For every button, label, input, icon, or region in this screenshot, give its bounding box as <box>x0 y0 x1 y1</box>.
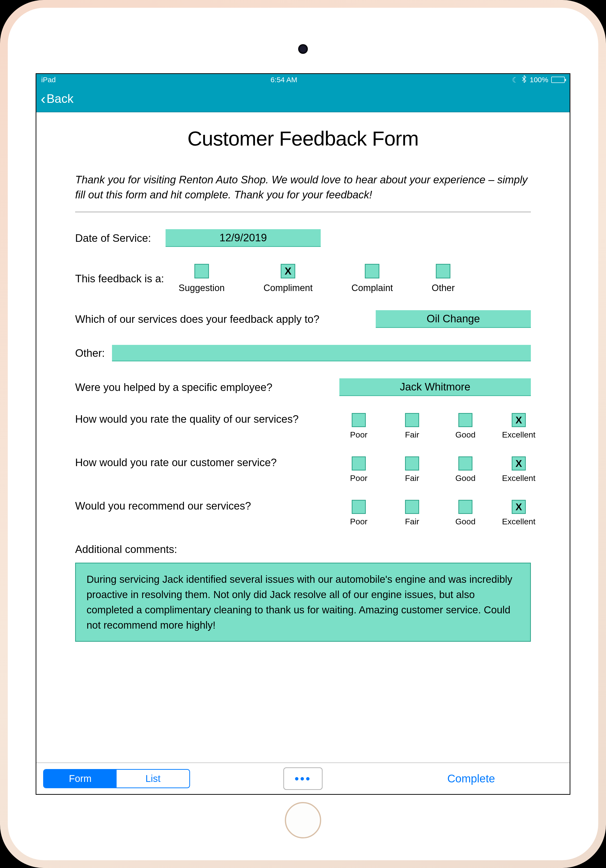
front-camera <box>298 44 308 54</box>
type-label: This feedback is a: <box>75 273 164 285</box>
bluetooth-icon <box>521 76 527 84</box>
date-label: Date of Service: <box>75 232 151 244</box>
ratings-container: How would you rate the quality of our se… <box>75 413 531 526</box>
rating-option: Fair <box>400 413 424 439</box>
type-checkbox[interactable] <box>195 264 209 278</box>
service-field[interactable]: Oil Change <box>376 310 531 328</box>
back-button[interactable]: ‹ Back <box>41 90 73 107</box>
type-checkbox-group: SuggestionXComplimentComplaintOther <box>179 264 455 293</box>
employee-label: Were you helped by a specific employee? <box>75 381 272 394</box>
rating-row: How would you rate the quality of our se… <box>75 413 531 439</box>
battery-icon <box>551 77 565 83</box>
rating-option: XExcellent <box>507 456 531 483</box>
rating-checkbox[interactable] <box>405 456 419 471</box>
rating-option: Poor <box>346 456 371 483</box>
rating-checkbox[interactable]: X <box>512 500 526 514</box>
rating-group: PoorFairGoodXExcellent <box>346 456 531 483</box>
rating-checkbox[interactable] <box>458 456 472 471</box>
complete-button[interactable]: Complete <box>447 772 495 785</box>
divider <box>75 212 531 212</box>
comments-field[interactable]: During servicing Jack identified several… <box>75 563 531 642</box>
type-option: Suggestion <box>179 264 225 293</box>
rating-option: Poor <box>346 413 371 439</box>
more-button[interactable]: ••• <box>283 767 323 790</box>
do-not-disturb-icon: ☾ <box>512 76 518 84</box>
service-row: Which of our services does your feedback… <box>75 310 531 328</box>
rating-label: Poor <box>350 473 368 483</box>
comments-label: Additional comments: <box>75 543 531 555</box>
rating-checkbox[interactable] <box>458 500 472 514</box>
rating-option: Poor <box>346 500 371 526</box>
rating-group: PoorFairGoodXExcellent <box>346 413 531 439</box>
home-button[interactable] <box>285 802 321 839</box>
battery-percent: 100% <box>530 76 548 84</box>
type-checkbox-label: Suggestion <box>179 283 225 293</box>
employee-field[interactable]: Jack Whitmore <box>339 378 531 396</box>
rating-option: Fair <box>400 500 424 526</box>
type-option: Other <box>432 264 455 293</box>
rating-label: Good <box>455 517 475 526</box>
rating-checkbox[interactable] <box>352 456 366 471</box>
rating-label: Excellent <box>502 430 535 439</box>
form-content: Customer Feedback Form Thank you for vis… <box>36 112 570 763</box>
feedback-type-row: This feedback is a: SuggestionXComplimen… <box>75 264 531 293</box>
device-label: iPad <box>41 76 56 84</box>
rating-checkbox[interactable]: X <box>512 413 526 427</box>
rating-checkbox[interactable] <box>405 500 419 514</box>
clock: 6:54 AM <box>271 76 297 84</box>
other-field[interactable] <box>112 345 531 361</box>
tablet-frame: iPad 6:54 AM ☾ 100% ‹ Back Custo <box>0 0 606 868</box>
type-checkbox-label: Other <box>432 283 455 293</box>
service-label: Which of our services does your feedback… <box>75 313 320 325</box>
rating-label: Poor <box>350 517 368 526</box>
other-label: Other: <box>75 347 105 359</box>
rating-checkbox[interactable] <box>352 413 366 427</box>
chevron-left-icon: ‹ <box>41 90 46 107</box>
rating-question: How would you rate the quality of our se… <box>75 413 298 425</box>
rating-checkbox[interactable] <box>352 500 366 514</box>
rating-label: Fair <box>405 473 419 483</box>
rating-option: Good <box>453 413 478 439</box>
status-right: ☾ 100% <box>512 76 565 84</box>
other-row: Other: <box>75 345 531 361</box>
rating-row: How would you rate our customer service?… <box>75 456 531 483</box>
date-field[interactable]: 12/9/2019 <box>165 229 321 247</box>
page-title: Customer Feedback Form <box>75 127 531 150</box>
rating-label: Fair <box>405 517 419 526</box>
rating-checkbox[interactable] <box>458 413 472 427</box>
status-bar: iPad 6:54 AM ☾ 100% <box>36 74 570 85</box>
type-checkbox-label: Complaint <box>351 283 393 293</box>
bottom-toolbar: Form List ••• Complete <box>36 763 570 794</box>
type-option: Complaint <box>351 264 393 293</box>
screen: iPad 6:54 AM ☾ 100% ‹ Back Custo <box>36 73 570 795</box>
rating-label: Excellent <box>502 473 535 483</box>
view-segmented-control: Form List <box>43 769 190 788</box>
back-label: Back <box>46 91 73 106</box>
tab-form[interactable]: Form <box>44 770 117 787</box>
rating-checkbox[interactable] <box>405 413 419 427</box>
type-checkbox[interactable] <box>365 264 379 278</box>
rating-label: Excellent <box>502 517 535 526</box>
rating-option: XExcellent <box>507 413 531 439</box>
intro-text: Thank you for visiting Renton Auto Shop.… <box>75 172 531 202</box>
type-checkbox[interactable]: X <box>281 264 295 278</box>
rating-row: Would you recommend our services?PoorFai… <box>75 500 531 526</box>
type-option: XCompliment <box>263 264 313 293</box>
rating-label: Fair <box>405 430 419 439</box>
date-row: Date of Service: 12/9/2019 <box>75 229 531 247</box>
type-checkbox-label: Compliment <box>263 283 313 293</box>
rating-group: PoorFairGoodXExcellent <box>346 500 531 526</box>
rating-question: How would you rate our customer service? <box>75 456 277 468</box>
employee-row: Were you helped by a specific employee? … <box>75 378 531 396</box>
tab-list[interactable]: List <box>117 770 189 787</box>
rating-label: Good <box>455 473 475 483</box>
nav-bar: ‹ Back <box>36 85 570 112</box>
rating-question: Would you recommend our services? <box>75 500 251 512</box>
rating-checkbox[interactable]: X <box>512 456 526 471</box>
type-checkbox[interactable] <box>436 264 450 278</box>
rating-option: Good <box>453 456 478 483</box>
rating-option: XExcellent <box>507 500 531 526</box>
rating-label: Poor <box>350 430 368 439</box>
rating-option: Fair <box>400 456 424 483</box>
tablet-bezel: iPad 6:54 AM ☾ 100% ‹ Back Custo <box>8 8 598 860</box>
